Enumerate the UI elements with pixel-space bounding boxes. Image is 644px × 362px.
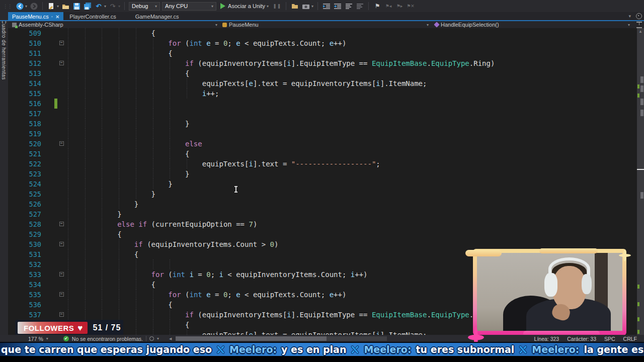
toolbox-side-tab[interactable]: Cuadro de herramientas bbox=[0, 12, 8, 335]
code-line[interactable]: 515 i++; bbox=[8, 88, 637, 99]
bookmark-button[interactable]: ⚑ bbox=[373, 2, 382, 11]
pin-icon[interactable]: ◦ bbox=[51, 14, 53, 19]
hscroll-left-arrow[interactable]: ◀ bbox=[169, 337, 172, 341]
breadcrumb-project-dropdown[interactable]: ▾ bbox=[215, 21, 217, 28]
code-line[interactable]: 529 { bbox=[8, 229, 637, 239]
fold-collapse-box[interactable] bbox=[59, 292, 64, 297]
zoom-level-select[interactable]: 177 % bbox=[28, 336, 43, 342]
code-line[interactable]: 522 equipTexts[i].text = "--------------… bbox=[8, 159, 637, 169]
scrollbar-marker bbox=[640, 192, 643, 199]
indent-guide bbox=[85, 179, 86, 189]
breadcrumb-type[interactable]: PauseMenu bbox=[222, 21, 259, 28]
chevron-down-icon[interactable]: ▾ bbox=[311, 4, 313, 9]
comment-button[interactable] bbox=[344, 2, 353, 11]
code-line[interactable]: 523 } bbox=[8, 169, 637, 179]
indent-guide bbox=[85, 129, 86, 139]
indent-guide bbox=[170, 78, 170, 88]
code-line[interactable]: 516 bbox=[8, 99, 637, 109]
status-spaces[interactable]: SPC bbox=[604, 336, 615, 342]
indent-guide bbox=[68, 249, 68, 259]
decrease-indent-button[interactable] bbox=[322, 2, 331, 11]
code-line[interactable]: 511 { bbox=[8, 48, 637, 58]
indent-guide bbox=[102, 229, 102, 239]
vertical-scrollbar[interactable]: ▲ bbox=[637, 28, 644, 335]
problems-status-text[interactable]: No se encontraron problemas. bbox=[72, 336, 143, 342]
close-icon[interactable]: ✕ bbox=[55, 14, 59, 20]
code-line[interactable]: 510 for (int e = 0; e < equipTexts.Count… bbox=[8, 38, 637, 48]
code-line[interactable]: 527 } bbox=[8, 209, 637, 219]
indent-guide bbox=[119, 139, 119, 149]
code-line[interactable]: 509 { bbox=[8, 28, 637, 38]
code-line[interactable]: 514 equipTexts[e].text = equipInventoryI… bbox=[8, 78, 637, 88]
code-line[interactable]: 530 if (equipInventoryItems.Count > 0) bbox=[8, 239, 637, 249]
chat-username: Meelero: bbox=[364, 344, 411, 355]
code-line[interactable]: 526 } bbox=[8, 199, 637, 209]
chevron-down-icon[interactable]: ▾ bbox=[118, 4, 120, 9]
code-line[interactable]: 524 } bbox=[8, 179, 637, 189]
chevron-down-icon[interactable]: ▾ bbox=[46, 336, 48, 341]
scrollbar-marker bbox=[637, 317, 639, 321]
indent-guide bbox=[119, 58, 119, 68]
code-line[interactable]: 517 bbox=[8, 109, 637, 119]
code-line[interactable]: 519 bbox=[8, 129, 637, 139]
open-file-button[interactable] bbox=[61, 2, 70, 11]
indent-guide bbox=[85, 139, 86, 149]
horizontal-scrollbar[interactable] bbox=[176, 336, 387, 341]
line-number: 515 bbox=[8, 88, 41, 99]
breadcrumb-member-dropdown[interactable]: ▾ bbox=[628, 21, 630, 28]
fold-collapse-box[interactable] bbox=[59, 312, 64, 317]
breadcrumb-type-dropdown[interactable]: ▾ bbox=[427, 21, 429, 28]
gear-icon[interactable] bbox=[636, 13, 642, 19]
code-line[interactable]: 525 } bbox=[8, 189, 637, 199]
code-line[interactable]: 521 { bbox=[8, 149, 637, 159]
chevron-down-icon[interactable]: ▾ bbox=[104, 4, 106, 9]
save-button[interactable] bbox=[72, 2, 81, 11]
fold-collapse-box[interactable] bbox=[59, 272, 64, 277]
horizontal-scrollbar-thumb[interactable] bbox=[176, 336, 327, 341]
screenshot-button[interactable] bbox=[301, 2, 310, 11]
find-in-files-button[interactable] bbox=[290, 2, 299, 11]
code-line[interactable]: 518 } bbox=[8, 119, 637, 129]
indent-guide bbox=[85, 259, 86, 269]
code-line[interactable]: 528 else if (currentEquipOption == 7) bbox=[8, 219, 637, 229]
chevron-down-icon[interactable]: ▾ bbox=[157, 336, 159, 341]
scroll-up-arrow[interactable]: ▲ bbox=[637, 29, 644, 34]
redo-button[interactable]: ↷ bbox=[108, 2, 117, 11]
code-lens-icon[interactable] bbox=[149, 336, 154, 341]
fold-collapse-box[interactable] bbox=[59, 61, 64, 65]
increase-indent-button[interactable] bbox=[333, 2, 342, 11]
tab-list-dropdown[interactable]: ▾ bbox=[628, 14, 631, 19]
fold-collapse-box[interactable] bbox=[59, 242, 64, 246]
scrollbar-marker bbox=[637, 84, 639, 88]
save-all-button[interactable] bbox=[83, 2, 92, 11]
breadcrumb-project[interactable]: Assembly-CSharp bbox=[12, 21, 63, 28]
new-file-button[interactable] bbox=[47, 2, 56, 11]
chevron-down-icon[interactable]: ▾ bbox=[25, 4, 27, 9]
breadcrumb-member[interactable]: HandleEquipSelection() bbox=[435, 21, 499, 28]
indent-guide bbox=[68, 290, 68, 300]
indent-guide bbox=[102, 239, 102, 249]
solution-platform-select[interactable]: Any CPU▾ bbox=[162, 2, 216, 11]
code-line[interactable]: 512 if (equipInventoryItems[i].EquipItem… bbox=[8, 58, 637, 68]
indent-guide bbox=[102, 209, 102, 219]
mouse-cursor-ibeam bbox=[235, 186, 236, 193]
code-line[interactable]: 513 { bbox=[8, 68, 637, 78]
navigate-back-button[interactable] bbox=[15, 2, 24, 11]
indent-guide bbox=[68, 68, 68, 78]
attach-to-unity-button[interactable]: Asociar a Unity▾ bbox=[218, 3, 271, 9]
solution-configuration-select[interactable]: Debug▾ bbox=[129, 2, 160, 11]
indent-guide bbox=[102, 290, 102, 300]
undo-button[interactable]: ↶ bbox=[94, 2, 103, 11]
code-line[interactable]: 520 else bbox=[8, 139, 637, 149]
uncomment-button[interactable] bbox=[355, 2, 364, 11]
indent-guide bbox=[119, 38, 119, 48]
fold-collapse-box[interactable] bbox=[59, 222, 64, 226]
split-editor-handle[interactable] bbox=[636, 21, 642, 28]
status-eol[interactable]: CRLF bbox=[623, 336, 637, 342]
navigate-forward-button[interactable] bbox=[29, 2, 38, 11]
indent-guide bbox=[68, 229, 68, 239]
fold-collapse-box[interactable] bbox=[59, 41, 64, 45]
indent-guide bbox=[153, 119, 153, 129]
chevron-down-icon[interactable]: ▾ bbox=[57, 4, 59, 9]
fold-collapse-box[interactable] bbox=[59, 141, 64, 146]
